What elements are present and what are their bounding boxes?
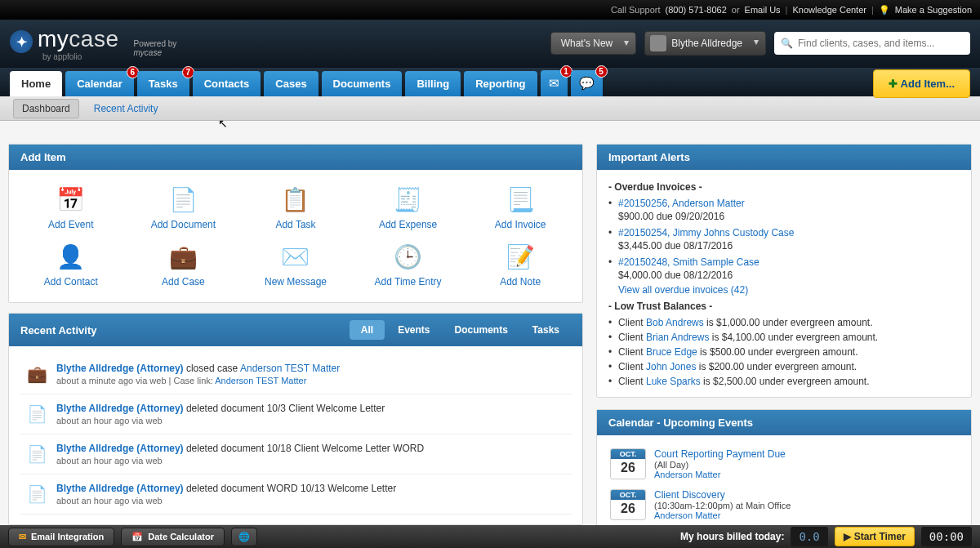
activity-user[interactable]: Blythe Alldredge (Attorney) (56, 483, 184, 494)
nav-tab-contacts[interactable]: Contacts (193, 71, 261, 96)
footer-bar: ✉Email Integration 📅Date Calculator 🌐 My… (0, 525, 980, 548)
footer-extra-button[interactable]: 🌐 (231, 528, 257, 546)
user-name: Blythe Alldredge (671, 38, 742, 49)
knowledge-center-link[interactable]: Knowledge Center (792, 5, 866, 15)
whats-new-dropdown[interactable]: What's New (550, 32, 637, 55)
event-matter[interactable]: Anderson Matter (654, 510, 791, 520)
low-trust-item: Client Bruce Edge is $500.00 under everg… (608, 345, 960, 359)
recent-activity-panel: Recent Activity AllEventsDocumentsTasks … (8, 313, 583, 525)
add-item-icon: 📋 (281, 185, 310, 214)
add-item-icon: 💼 (168, 242, 198, 271)
activity-user[interactable]: Blythe Alldredge (Attorney) (56, 443, 184, 454)
sub-nav: Dashboard Recent Activity (0, 96, 980, 121)
invoice-due: $4,000.00 due 08/12/2016 (608, 270, 960, 281)
logo-icon: ✦ (10, 30, 33, 53)
add-item-add-time-entry[interactable]: 🕒Add Time Entry (356, 242, 461, 287)
nav-tab-cases[interactable]: Cases (264, 71, 318, 96)
add-item-add-event[interactable]: 📅Add Event (19, 185, 123, 230)
add-item-add-contact[interactable]: 👤Add Contact (19, 242, 123, 287)
add-item-add-expense[interactable]: 🧾Add Expense (356, 185, 461, 230)
event-title[interactable]: Client Discovery (654, 489, 791, 501)
invoice-link[interactable]: #20150256, Anderson Matter (618, 198, 745, 209)
email-us-link[interactable]: Email Us (745, 5, 781, 15)
activity-filter-tasks[interactable]: Tasks (521, 320, 571, 340)
search-input[interactable] (798, 38, 964, 49)
event-title[interactable]: Court Reporting Payment Due (654, 448, 786, 460)
calendar-event[interactable]: OCT.26Client Discovery(10:30am-12:00pm) … (608, 484, 960, 525)
alerts-header: Important Alerts (597, 145, 971, 170)
global-search[interactable]: 🔍 (774, 32, 970, 55)
activity-meta-link[interactable]: Anderson TEST Matter (215, 376, 306, 385)
activity-link[interactable]: Anderson TEST Matter (240, 363, 340, 374)
user-menu[interactable]: Blythe Alldredge (644, 31, 766, 56)
activity-user[interactable]: Blythe Alldredge (Attorney) (56, 363, 184, 374)
add-item-add-document[interactable]: 📄Add Document (131, 185, 236, 230)
make-suggestion-link[interactable]: Make a Suggestion (895, 5, 972, 15)
add-item-label: New Message (265, 276, 327, 287)
low-trust-item: Client Luke Sparks is $2,500.00 under ev… (608, 374, 960, 389)
main-nav: HomeCalendar6Tasks7ContactsCasesDocument… (0, 67, 980, 96)
invoice-link[interactable]: #20150254, Jimmy Johns Custody Case (618, 227, 794, 238)
activity-icon: 📄 (25, 443, 48, 466)
client-link[interactable]: Bob Andrews (646, 317, 704, 328)
overdue-invoice: #20150256, Anderson Matter (608, 196, 960, 211)
mail-icon: ✉ (19, 532, 26, 542)
nav-tab-calendar[interactable]: Calendar6 (65, 71, 134, 96)
chat-badge: 5 (595, 65, 608, 78)
messages-tab[interactable]: ✉1 (541, 70, 568, 96)
add-item-button[interactable]: ✚Add Item... (873, 69, 970, 98)
client-link[interactable]: John Jones (646, 361, 696, 372)
client-link[interactable]: Luke Sparks (646, 376, 701, 387)
activity-filter-events[interactable]: Events (386, 320, 441, 340)
overdue-invoice: #20150248, Smith Sample Case (608, 255, 960, 270)
event-date: OCT.26 (610, 448, 646, 479)
add-item-add-task[interactable]: 📋Add Task (243, 185, 348, 230)
logo[interactable]: ✦ mycase by appfolio Powered by mycase (10, 26, 176, 61)
activity-icon: 💼 (25, 363, 48, 385)
add-item-new-message[interactable]: ✉️New Message (243, 242, 348, 287)
subnav-dashboard[interactable]: Dashboard (13, 99, 79, 118)
activity-item: 📄Blythe Alldredge (Attorney) deleted doc… (20, 434, 571, 474)
client-link[interactable]: Bruce Edge (646, 346, 697, 358)
add-item-add-case[interactable]: 💼Add Case (131, 242, 236, 287)
invoice-due: $900.00 due 09/20/2016 (608, 211, 960, 222)
email-integration-button[interactable]: ✉Email Integration (8, 528, 114, 546)
avatar-icon (650, 35, 666, 51)
add-item-label: Add Document (151, 219, 216, 230)
main-header: ✦ mycase by appfolio Powered by mycase W… (0, 20, 980, 67)
add-item-add-note[interactable]: 📝Add Note (468, 242, 572, 287)
invoice-link[interactable]: #20150248, Smith Sample Case (618, 256, 760, 268)
start-timer-button[interactable]: ▶Start Timer (835, 527, 915, 546)
call-support-label: Call Support (611, 5, 661, 15)
client-link[interactable]: Brian Andrews (646, 332, 709, 343)
nav-tab-tasks[interactable]: Tasks7 (137, 71, 189, 96)
add-item-add-invoice[interactable]: 📃Add Invoice (468, 185, 572, 230)
overdue-invoices-head: - Overdue Invoices - (608, 181, 960, 193)
event-matter[interactable]: Anderson Matter (654, 470, 786, 479)
subnav-recent-activity[interactable]: Recent Activity (94, 103, 158, 114)
add-item-label: Add Expense (379, 219, 437, 230)
support-phone-link[interactable]: (800) 571-8062 (666, 5, 727, 15)
nav-tab-documents[interactable]: Documents (322, 71, 403, 96)
add-item-panel: Add Item 📅Add Event📄Add Document📋Add Tas… (8, 144, 583, 303)
chat-tab[interactable]: 💬5 (571, 70, 603, 96)
activity-icon: 📄 (25, 483, 48, 506)
date-calculator-button[interactable]: 📅Date Calculator (121, 528, 225, 546)
hours-billed-label: My hours billed today: (680, 531, 784, 542)
nav-tab-billing[interactable]: Billing (405, 71, 461, 96)
low-trust-head: - Low Trust Balances - (608, 301, 960, 312)
activity-filter-all[interactable]: All (350, 320, 385, 340)
activity-user[interactable]: Blythe Alldredge (Attorney) (56, 403, 184, 414)
add-item-label: Add Invoice (495, 219, 546, 230)
add-item-label: Add Task (275, 219, 315, 230)
nav-tab-reporting[interactable]: Reporting (464, 71, 537, 96)
activity-filter-documents[interactable]: Documents (443, 320, 519, 340)
add-item-icon: ✉️ (281, 242, 310, 271)
view-all-overdue-link[interactable]: View all overdue invoices (42) (618, 284, 748, 296)
search-icon: 🔍 (781, 38, 793, 49)
add-item-icon: 🧾 (394, 185, 423, 214)
calendar-event[interactable]: OCT.26Court Reporting Payment Due(All Da… (608, 443, 960, 484)
nav-tab-home[interactable]: Home (10, 71, 62, 96)
event-date: OCT.26 (610, 489, 646, 520)
low-trust-item: Client John Jones is $200.00 under everg… (608, 359, 960, 374)
